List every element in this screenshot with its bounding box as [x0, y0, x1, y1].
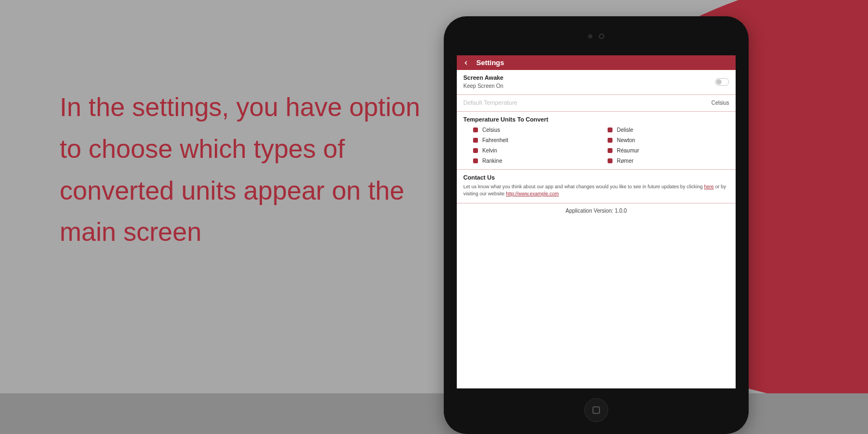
- tablet-screen: Settings Screen Awake Keep Screen On Def…: [457, 55, 736, 388]
- section-screen-awake[interactable]: Screen Awake Keep Screen On: [457, 70, 736, 95]
- default-temperature-label: Default Temperature: [463, 99, 517, 106]
- unit-label: Kelvin: [482, 148, 497, 154]
- section-default-temperature[interactable]: Default Temperature Celsius: [457, 95, 736, 112]
- checkbox-icon: [608, 138, 612, 143]
- checkbox-icon: [473, 158, 478, 163]
- speaker-dot-icon: [588, 34, 592, 39]
- unit-checkbox[interactable]: Fahrenheit: [473, 137, 595, 143]
- unit-label: Newton: [617, 137, 635, 143]
- screen-awake-title: Screen Awake: [463, 74, 503, 81]
- app-bar-title: Settings: [476, 59, 504, 67]
- checkbox-icon: [473, 138, 478, 143]
- contact-link-site[interactable]: http://www.example.com: [506, 191, 559, 196]
- checkbox-icon: [608, 148, 612, 153]
- app-bar: Settings: [457, 55, 736, 70]
- section-units: Temperature Units To Convert Celsius Del…: [457, 112, 736, 170]
- unit-label: Fahrenheit: [482, 137, 508, 143]
- unit-label: Rømer: [617, 158, 634, 164]
- contact-text-pre: Let us know what you think about our app…: [463, 184, 704, 189]
- default-temperature-value: Celsius: [711, 100, 729, 106]
- marketing-headline: In the settings, you have option to choo…: [60, 87, 439, 253]
- unit-checkbox[interactable]: Kelvin: [473, 148, 595, 154]
- screen-awake-toggle[interactable]: [715, 78, 729, 86]
- unit-checkbox[interactable]: Celsius: [473, 127, 595, 133]
- promo-stage: In the settings, you have option to choo…: [0, 0, 868, 434]
- section-contact: Contact Us Let us know what you think ab…: [457, 170, 736, 203]
- camera-icon: [599, 34, 604, 39]
- tablet-sensors: [588, 34, 604, 39]
- checkbox-icon: [608, 127, 612, 132]
- checkbox-icon: [473, 148, 478, 153]
- checkbox-icon: [473, 127, 478, 132]
- unit-label: Delisle: [617, 127, 633, 133]
- screen-awake-subtitle: Keep Screen On: [463, 83, 503, 89]
- checkbox-icon: [608, 158, 612, 163]
- unit-checkbox[interactable]: Rømer: [608, 158, 729, 164]
- back-icon[interactable]: [462, 59, 470, 67]
- unit-checkbox[interactable]: Réaumur: [608, 148, 729, 154]
- contact-heading: Contact Us: [463, 174, 729, 181]
- unit-checkbox[interactable]: Newton: [608, 137, 729, 143]
- unit-checkbox[interactable]: Delisle: [608, 127, 729, 133]
- home-button[interactable]: [584, 398, 608, 422]
- tablet-device: Settings Screen Awake Keep Screen On Def…: [444, 16, 749, 434]
- contact-link-here[interactable]: here: [704, 184, 714, 189]
- unit-label: Celsius: [482, 127, 500, 133]
- unit-checkbox[interactable]: Rankine: [473, 158, 595, 164]
- home-icon: [592, 406, 600, 414]
- contact-body: Let us know what you think about our app…: [463, 183, 729, 197]
- unit-label: Rankine: [482, 158, 502, 164]
- app-version: Application Version: 1.0.0: [457, 203, 736, 216]
- units-heading: Temperature Units To Convert: [463, 116, 729, 123]
- unit-label: Réaumur: [617, 148, 639, 154]
